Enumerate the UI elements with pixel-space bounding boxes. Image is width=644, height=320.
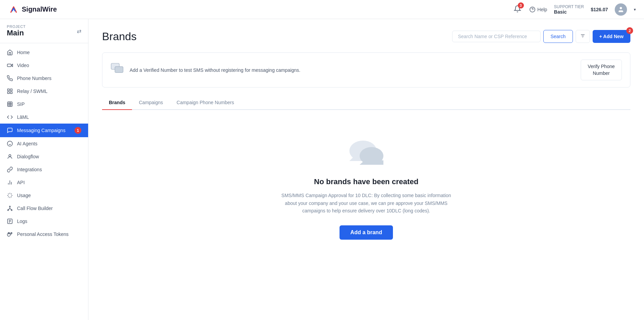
tokens-icon [7,231,13,237]
sidebar-item-integrations-label: Integrations [17,167,42,172]
search-input[interactable] [452,31,541,42]
sidebar-item-ai-agents[interactable]: AI Agents [0,137,88,150]
sidebar-item-messaging-campaigns[interactable]: Messaging Campaigns 1 [0,124,88,137]
signalwire-logo-icon [8,4,19,15]
sidebar-item-video[interactable]: Video [0,59,88,72]
sidebar-item-api[interactable]: API [0,176,88,189]
empty-state-icon [348,137,385,169]
help-button[interactable]: Help [529,6,547,13]
empty-chat-icon [348,137,385,168]
notification-badge: 3 [518,2,524,9]
empty-state-description: SMS/MMS Campaign Approval for 10 DLC: By… [281,192,451,214]
svg-line-25 [11,194,12,194]
relay-icon [7,88,13,94]
sidebar-item-usage-label: Usage [17,193,31,198]
banner-left: Add a Verified Number to test SMS withou… [111,63,300,77]
sidebar-nav: Home Video Phone Numbers Relay / SWML SI… [0,43,88,320]
sidebar-item-call-flow-builder[interactable]: Call Flow Builder [0,202,88,215]
tab-campaign-phone-numbers-label: Campaign Phone Numbers [177,100,234,105]
sidebar-item-logs-label: Logs [17,219,27,224]
page-title: Brands [102,30,136,43]
sidebar-item-phone-numbers[interactable]: Phone Numbers [0,72,88,85]
svg-line-24 [8,196,9,197]
switch-project-button[interactable]: ⇄ [77,28,81,34]
topnav-actions: 3 Help SUPPORT TIER Basic $126.07 ▾ [512,3,636,16]
search-button[interactable]: Search [543,30,573,43]
messaging-campaigns-badge: 1 [75,127,81,134]
sidebar-item-usage[interactable]: Usage [0,189,88,202]
tab-brands[interactable]: Brands [102,96,132,110]
chevron-down-icon: ▾ [634,7,636,12]
sidebar-item-laml[interactable]: LāML [0,111,88,124]
support-tier-value: Basic [554,9,584,15]
sidebar-item-laml-label: LāML [17,114,29,120]
sidebar-item-personal-access-tokens-label: Personal Access Tokens [17,231,69,237]
empty-state: No brands have been created SMS/MMS Camp… [102,110,630,267]
sidebar-item-home-label: Home [17,50,30,55]
tab-brands-label: Brands [109,100,125,105]
svg-line-20 [8,194,9,194]
support-tier-label: SUPPORT TIER [554,4,584,9]
logs-icon [7,218,13,224]
add-new-button[interactable]: + Add New 2 [593,30,630,43]
chat-bubble-icon [111,63,124,77]
project-name: Main [7,29,26,37]
callflow-icon [7,205,13,211]
add-brand-button[interactable]: Add a brand [340,225,393,240]
sidebar-project: Project Main ⇄ [0,19,88,43]
sidebar-item-video-label: Video [17,63,29,68]
svg-point-2 [620,7,622,9]
sidebar: Project Main ⇄ Home Video Phone Numbers [0,19,88,320]
laml-icon [7,114,13,120]
sidebar-item-integrations[interactable]: Integrations [0,163,88,176]
user-avatar-icon [617,6,624,13]
svg-rect-5 [7,89,9,91]
tab-campaign-phone-numbers[interactable]: Campaign Phone Numbers [170,96,241,110]
svg-rect-8 [11,92,12,94]
message-bubble-icon [111,63,124,75]
svg-rect-7 [7,92,9,94]
svg-point-28 [11,210,12,211]
integrations-icon [7,166,13,173]
svg-line-21 [11,196,12,197]
account-menu-button[interactable]: ▾ [634,7,636,12]
sidebar-item-dialogflow[interactable]: Dialogflow [0,150,88,163]
svg-rect-9 [7,102,12,107]
tabs: Brands Campaigns Campaign Phone Numbers [102,96,630,110]
ai-icon [7,141,13,147]
sidebar-item-phone-numbers-label: Phone Numbers [17,76,51,81]
sidebar-item-relay-swml[interactable]: Relay / SWML [0,85,88,98]
svg-line-31 [10,209,12,210]
sidebar-item-ai-agents-label: AI Agents [17,141,37,146]
account-balance: $126.07 [591,7,608,12]
tab-campaigns[interactable]: Campaigns [132,96,170,110]
dialogflow-icon [7,154,13,160]
avatar[interactable] [615,3,627,16]
sidebar-item-logs[interactable]: Logs [0,215,88,228]
support-tier: SUPPORT TIER Basic [554,4,584,15]
sidebar-item-sip[interactable]: SIP [0,98,88,111]
sidebar-item-relay-swml-label: Relay / SWML [17,89,47,94]
add-brand-button-label: Add a brand [350,229,382,235]
sidebar-item-home[interactable]: Home [0,46,88,59]
sip-icon [7,101,13,107]
logo-text: SignalWire [22,5,57,13]
page-header: Brands Search + Add New 2 [102,30,630,43]
help-label: Help [538,7,547,12]
switch-icon: ⇄ [77,28,81,34]
sidebar-item-personal-access-tokens[interactable]: Personal Access Tokens [0,228,88,241]
svg-rect-3 [7,64,11,67]
filter-button[interactable] [576,30,590,43]
notification-button[interactable]: 3 [512,4,523,15]
svg-rect-6 [11,89,12,91]
banner-text: Add a Verified Number to test SMS withou… [130,67,300,73]
usage-icon [7,192,13,198]
api-icon [7,179,13,186]
add-new-label: + Add New [599,34,624,39]
tab-campaigns-label: Campaigns [139,100,163,105]
sidebar-item-messaging-campaigns-label: Messaging Campaigns [17,128,65,133]
sidebar-item-dialogflow-label: Dialogflow [17,154,39,159]
verify-phone-number-button[interactable]: Verify PhoneNumber [581,60,622,80]
logo: SignalWire [8,4,57,15]
svg-line-30 [8,209,10,210]
